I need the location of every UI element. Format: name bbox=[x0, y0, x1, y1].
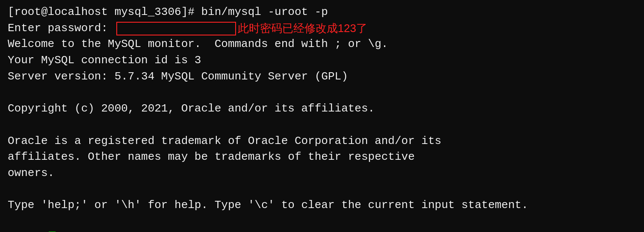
password-line: Enter password: 此时密码已经修改成123了 bbox=[8, 21, 636, 37]
blank-line-4 bbox=[8, 214, 636, 230]
server-version-line: Server version: 5.7.34 MySQL Community S… bbox=[8, 69, 636, 85]
trademark-text-1: Oracle is a registered trademark of Orac… bbox=[8, 133, 441, 150]
trademark-text-3: owners. bbox=[8, 165, 54, 182]
trademark-line-1: Oracle is a registered trademark of Orac… bbox=[8, 133, 636, 150]
password-label: Enter password: bbox=[8, 21, 115, 37]
copyright-line: Copyright (c) 2000, 2021, Oracle and/or … bbox=[8, 101, 636, 117]
command-text: [root@localhost mysql_3306]# bin/mysql -… bbox=[8, 4, 328, 21]
copyright-text: Copyright (c) 2000, 2021, Oracle and/or … bbox=[8, 101, 375, 117]
server-version-text: Server version: 5.7.34 MySQL Community S… bbox=[8, 69, 348, 85]
mysql-prompt: mysql> bbox=[8, 230, 48, 232]
annotation-text: 此时密码已经修改成123了 bbox=[238, 21, 367, 37]
help-text: Type 'help;' or '\h' for help. Type '\c'… bbox=[8, 197, 528, 214]
command-line: [root@localhost mysql_3306]# bin/mysql -… bbox=[8, 4, 636, 21]
help-line: Type 'help;' or '\h' for help. Type '\c'… bbox=[8, 197, 636, 214]
blank-line-2 bbox=[8, 117, 636, 133]
trademark-text-2: affiliates. Other names may be trademark… bbox=[8, 149, 415, 165]
connection-id-line: Your MySQL connection id is 3 bbox=[8, 53, 636, 69]
password-input-box bbox=[116, 22, 236, 35]
blank-line-3 bbox=[8, 182, 636, 198]
trademark-line-2: affiliates. Other names may be trademark… bbox=[8, 149, 636, 165]
mysql-prompt-line[interactable]: mysql> bbox=[8, 230, 636, 232]
terminal-window: [root@localhost mysql_3306]# bin/mysql -… bbox=[0, 0, 644, 232]
welcome-line: Welcome to the MySQL monitor. Commands e… bbox=[8, 36, 636, 53]
welcome-text: Welcome to the MySQL monitor. Commands e… bbox=[8, 36, 388, 53]
blank-line-1 bbox=[8, 85, 636, 101]
connection-id-text: Your MySQL connection id is 3 bbox=[8, 53, 201, 69]
trademark-line-3: owners. bbox=[8, 165, 636, 182]
